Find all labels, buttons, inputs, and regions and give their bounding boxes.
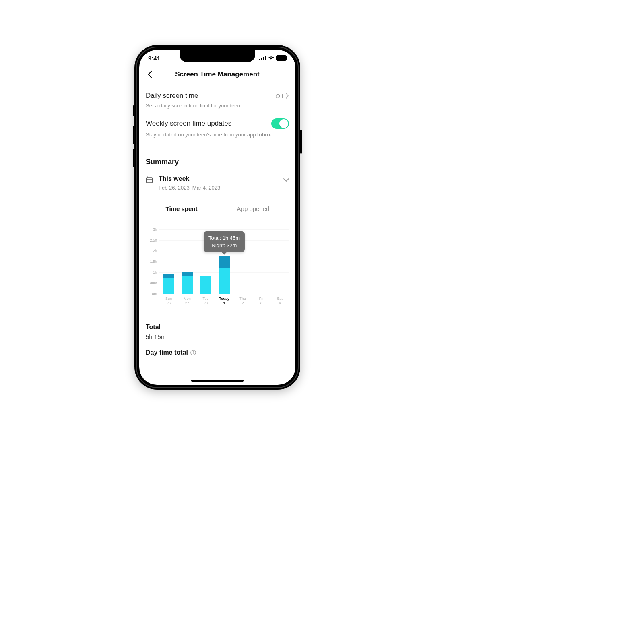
bar-sat[interactable] bbox=[270, 229, 289, 294]
x-tick: Sat4 bbox=[270, 297, 289, 306]
y-tick: 1h bbox=[153, 270, 159, 275]
week-selector[interactable]: This week Feb 26, 2023–Mar 4, 2023 bbox=[146, 175, 289, 191]
x-tick: Thu2 bbox=[233, 297, 252, 306]
x-tick: Mon27 bbox=[178, 297, 196, 306]
chevron-right-icon bbox=[286, 93, 289, 99]
x-tick: Tue28 bbox=[196, 297, 215, 306]
daily-screen-time-row[interactable]: Daily screen time Off Set a daily screen… bbox=[146, 83, 289, 109]
daily-subtitle: Set a daily screen time limit for your t… bbox=[146, 102, 289, 109]
bar-fri[interactable] bbox=[252, 229, 270, 294]
x-tick: Sun26 bbox=[159, 297, 178, 306]
page-title: Screen Time Management bbox=[175, 70, 259, 78]
weekly-updates-row: Weekly screen time updates Stay updated … bbox=[146, 109, 289, 138]
weekly-subtitle: Stay updated on your teen's time from yo… bbox=[146, 131, 289, 138]
daily-value: Off bbox=[275, 93, 283, 99]
cellular-icon bbox=[259, 56, 266, 60]
wifi-icon bbox=[268, 56, 275, 60]
phone-frame: 9:41 Screen Time Management bbox=[134, 45, 300, 390]
bar-sun[interactable] bbox=[159, 229, 178, 294]
weekly-toggle[interactable] bbox=[271, 118, 289, 129]
home-indicator[interactable] bbox=[191, 380, 244, 382]
svg-point-5 bbox=[193, 351, 194, 352]
total-label: Total bbox=[146, 324, 289, 331]
chevron-down-icon bbox=[283, 176, 289, 184]
notch bbox=[180, 50, 255, 62]
svg-rect-6 bbox=[193, 352, 193, 354]
status-time: 9:41 bbox=[148, 55, 160, 62]
divider bbox=[139, 147, 295, 147]
y-tick: 2.5h bbox=[150, 238, 159, 242]
chart-tooltip: Total: 1h 45mNight: 32m bbox=[204, 231, 245, 252]
tab-time-spent[interactable]: Time spent bbox=[146, 201, 217, 217]
summary-heading: Summary bbox=[146, 158, 289, 166]
y-tick: 3h bbox=[153, 227, 159, 231]
y-tick: 30m bbox=[150, 281, 159, 285]
total-value: 5h 15m bbox=[146, 333, 289, 340]
week-label: This week bbox=[159, 175, 278, 182]
y-tick: 1.5h bbox=[150, 260, 159, 264]
calendar-icon bbox=[146, 176, 153, 184]
weekly-title: Weekly screen time updates bbox=[146, 120, 231, 128]
bar-mon[interactable] bbox=[178, 229, 196, 294]
y-tick: 2h bbox=[153, 249, 159, 253]
time-spent-chart: 0m30m1h1.5h2h2.5h3hTotal: 1h 45mNight: 3… bbox=[146, 229, 289, 309]
day-total-label: Day time total bbox=[146, 349, 188, 356]
daily-title: Daily screen time bbox=[146, 92, 198, 100]
week-range: Feb 26, 2023–Mar 4, 2023 bbox=[159, 185, 278, 191]
screen: 9:41 Screen Time Management bbox=[139, 50, 295, 385]
info-icon[interactable] bbox=[190, 350, 196, 355]
tab-app-opened[interactable]: App opened bbox=[217, 201, 289, 217]
totals-section: Total 5h 15m Day time total bbox=[146, 324, 289, 356]
summary-tabs: Time spent App opened bbox=[146, 201, 289, 217]
back-button[interactable] bbox=[142, 67, 157, 82]
battery-icon bbox=[276, 55, 287, 61]
nav-header: Screen Time Management bbox=[139, 66, 295, 83]
x-tick: Fri3 bbox=[252, 297, 270, 306]
x-tick: Today1 bbox=[215, 297, 233, 306]
svg-rect-0 bbox=[147, 178, 153, 183]
y-tick: 0m bbox=[152, 292, 159, 296]
